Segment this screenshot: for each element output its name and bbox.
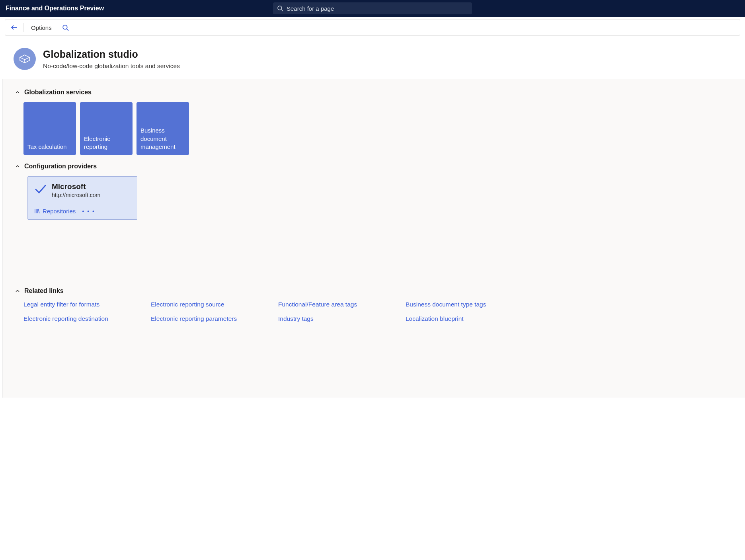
chevron-up-icon [15,164,20,169]
globalization-studio-icon [14,48,36,70]
link-er-destination[interactable]: Electronic reporting destination [23,315,143,322]
global-search-input[interactable]: Search for a page [273,2,472,14]
content-area: Globalization services Tax calculation E… [2,79,745,398]
top-bar: Finance and Operations Preview Search fo… [0,0,745,17]
link-industry-tags[interactable]: Industry tags [278,315,398,322]
link-er-parameters[interactable]: Electronic reporting parameters [151,315,270,322]
section-title: Globalization services [24,89,92,96]
back-button[interactable] [8,21,20,33]
page-subtitle: No-code/low-code globalization tools and… [43,62,180,70]
link-legal-entity-filter[interactable]: Legal entity filter for formats [23,301,143,308]
options-button[interactable]: Options [27,24,56,31]
search-icon [277,5,283,12]
section-header-providers[interactable]: Configuration providers [15,163,733,170]
page-title: Globalization studio [43,49,180,60]
app-title: Finance and Operations Preview [6,5,104,12]
divider [23,23,24,32]
action-bar: Options [5,19,740,36]
tile-business-document-management[interactable]: Business document management [137,102,189,155]
section-globalization-services: Globalization services Tax calculation E… [3,83,745,157]
section-title: Related links [24,287,64,295]
svg-line-8 [38,209,39,213]
section-header-services[interactable]: Globalization services [15,89,733,96]
link-localization-blueprint[interactable]: Localization blueprint [406,315,525,322]
svg-point-0 [278,6,282,10]
checkmark-icon [34,184,47,196]
chevron-up-icon [15,288,20,294]
section-header-related[interactable]: Related links [15,287,733,295]
tile-label: Tax calculation [27,143,66,151]
section-configuration-providers: Configuration providers Microsoft http:/… [3,157,745,222]
chevron-up-icon [15,90,20,95]
provider-url: http://microsoft.com [52,192,100,198]
tile-label: Electronic reporting [84,135,129,151]
link-doc-type-tags[interactable]: Business document type tags [406,301,525,308]
search-placeholder: Search for a page [287,5,334,12]
provider-name: Microsoft [52,182,100,191]
tile-tax-calculation[interactable]: Tax calculation [23,102,76,155]
link-functional-tags[interactable]: Functional/Feature area tags [278,301,398,308]
search-icon [62,24,69,31]
repositories-link[interactable]: Repositories [34,208,76,215]
arrow-left-icon [10,23,18,31]
svg-point-3 [63,25,67,29]
page-header: Globalization studio No-code/low-code gl… [0,38,745,79]
section-related-links: Related links Legal entity filter for fo… [3,282,745,325]
section-title: Configuration providers [24,163,97,170]
svg-line-1 [281,10,283,11]
action-search-button[interactable] [60,21,72,33]
library-icon [34,208,40,214]
tile-label: Business document management [140,127,185,151]
tile-electronic-reporting[interactable]: Electronic reporting [80,102,133,155]
link-er-source[interactable]: Electronic reporting source [151,301,270,308]
provider-card-microsoft[interactable]: Microsoft http://microsoft.com Repositor… [27,176,137,220]
repositories-label: Repositories [43,208,76,215]
more-actions-button[interactable]: • • • [82,208,95,215]
svg-line-4 [67,29,68,30]
